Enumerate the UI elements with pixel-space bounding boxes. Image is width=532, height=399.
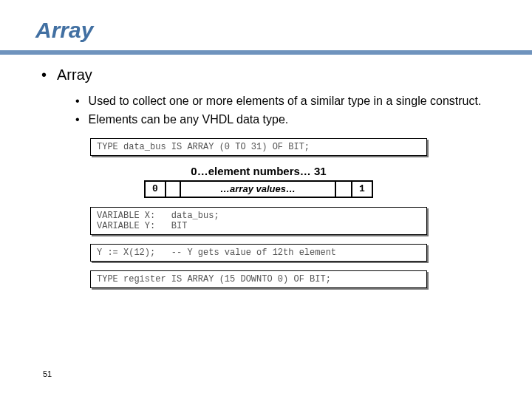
array-diagram: 0…element numbers… 31 0 …array values… 1: [144, 165, 373, 198]
title-rule: [0, 50, 532, 55]
bullet-level1: • Array: [35, 66, 497, 83]
diagram-index-label: 0…element numbers… 31: [144, 165, 373, 177]
bullet-level2-text: Used to collect one or more elements of …: [89, 94, 482, 109]
page-number: 51: [43, 369, 52, 378]
bullet-dot-icon: •: [41, 66, 47, 83]
diagram-cell-last: 1: [351, 182, 372, 197]
code-box-variables: VARIABLE X: data_bus; VARIABLE Y: BIT: [90, 207, 427, 235]
bullet-level1-text: Array: [57, 66, 92, 83]
diagram-cell-gap: [166, 182, 181, 197]
figure-area: TYPE data_bus IS ARRAY (0 TO 31) OF BIT;…: [35, 138, 427, 288]
slide: Array • Array • Used to collect one or m…: [0, 0, 532, 312]
diagram-cell-middle: …array values…: [181, 182, 336, 197]
diagram-row: 0 …array values… 1: [144, 180, 373, 198]
diagram-cell-gap: [336, 182, 351, 197]
bullet-level2: • Used to collect one or more elements o…: [35, 94, 497, 109]
slide-title: Array: [35, 18, 497, 43]
diagram-cell-first: 0: [146, 182, 166, 197]
code-box-type-databus: TYPE data_bus IS ARRAY (0 TO 31) OF BIT;: [90, 138, 427, 156]
bullet-level2-text: Elements can be any VHDL data type.: [89, 112, 289, 128]
bullet-dot-icon: •: [75, 94, 80, 109]
bullet-dot-icon: •: [75, 112, 80, 128]
code-box-type-register: TYPE register IS ARRAY (15 DOWNTO 0) OF …: [90, 270, 427, 288]
code-box-assignment: Y := X(12); -- Y gets value of 12th elem…: [90, 244, 427, 262]
bullet-level2: • Elements can be any VHDL data type.: [35, 112, 497, 128]
